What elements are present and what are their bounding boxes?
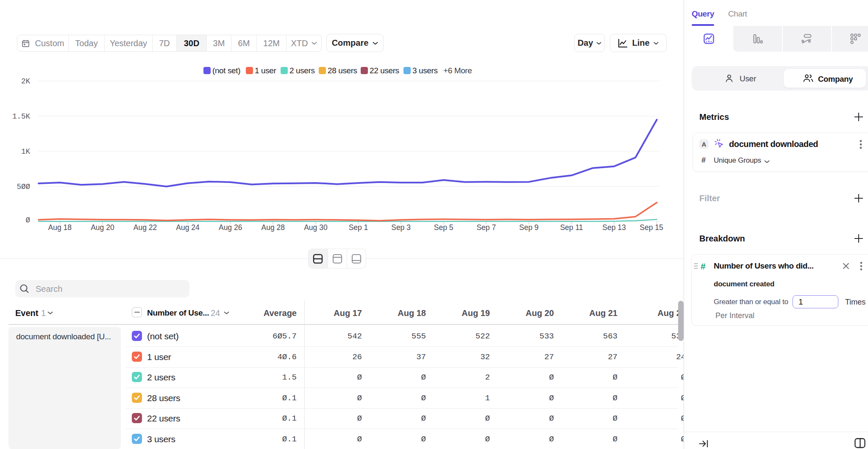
- svg-text:Sep 5: Sep 5: [434, 223, 453, 232]
- svg-text:Aug 26: Aug 26: [219, 223, 242, 232]
- svg-text:Aug 22: Aug 22: [134, 223, 157, 232]
- svg-text:Sep 11: Sep 11: [560, 223, 583, 232]
- svg-text:1K: 1K: [21, 147, 31, 156]
- svg-text:Ø: Ø: [25, 216, 30, 224]
- svg-text:Sep 7: Sep 7: [476, 223, 496, 232]
- svg-text:Aug 28: Aug 28: [262, 223, 285, 232]
- svg-text:Aug 24: Aug 24: [176, 223, 200, 232]
- svg-text:Aug 18: Aug 18: [48, 223, 72, 232]
- svg-text:Sep 1: Sep 1: [349, 223, 368, 232]
- svg-text:Aug 20: Aug 20: [91, 223, 114, 232]
- svg-text:5ØØ: 5ØØ: [17, 183, 30, 191]
- svg-text:2K: 2K: [21, 77, 31, 86]
- svg-text:1.5K: 1.5K: [12, 112, 31, 121]
- svg-text:Sep 15: Sep 15: [640, 223, 663, 232]
- svg-text:Aug 30: Aug 30: [304, 223, 328, 232]
- svg-text:Sep 13: Sep 13: [602, 223, 626, 232]
- svg-text:Sep 3: Sep 3: [391, 223, 411, 232]
- svg-text:Sep 9: Sep 9: [519, 223, 539, 232]
